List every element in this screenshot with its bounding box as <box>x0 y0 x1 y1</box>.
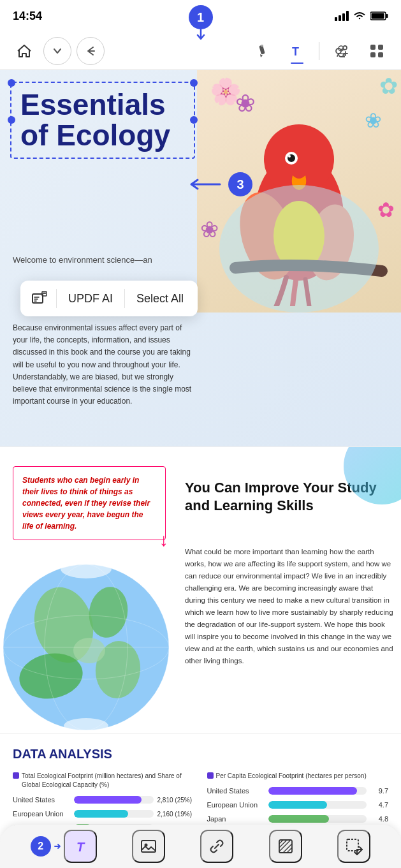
table-row: Japan 4.8 <box>207 815 389 823</box>
share-button[interactable] <box>327 37 355 65</box>
apps-icon <box>368 43 385 59</box>
right-col-header: Per Capita Ecological Footprint (hectare… <box>207 772 389 781</box>
content-area: 🌸 ❀ ✿ ❀ ✿ ❀ <box>0 70 401 868</box>
selection-handle-tr[interactable] <box>190 79 198 87</box>
bar-container <box>268 815 367 823</box>
text-format-button[interactable]: T <box>64 830 97 863</box>
row-label: Japan <box>207 815 265 823</box>
wifi-icon <box>353 11 367 21</box>
pen-icon <box>254 43 269 59</box>
svg-text:T: T <box>292 45 299 58</box>
bar-fill <box>268 815 330 823</box>
row-label: United States <box>13 796 70 804</box>
bar-fill <box>74 796 142 804</box>
strikethrough-icon <box>277 837 295 855</box>
svg-rect-6 <box>386 14 388 18</box>
table-row: European Union 2,160 (19%) <box>13 810 194 818</box>
svg-line-46 <box>279 840 287 848</box>
badge1-arrow <box>194 29 207 41</box>
svg-rect-15 <box>370 45 375 50</box>
svg-rect-16 <box>378 45 383 50</box>
row-label: European Union <box>13 810 70 818</box>
text-tool-icon: T <box>289 43 305 59</box>
quote-box: Students who can begin early in their li… <box>13 466 166 540</box>
svg-point-34 <box>73 638 105 663</box>
svg-rect-1 <box>339 15 341 21</box>
toolbar-divider <box>319 42 319 60</box>
text-tool-button[interactable]: T <box>283 37 311 65</box>
svg-marker-8 <box>260 54 263 57</box>
svg-point-13 <box>340 56 342 57</box>
svg-point-36 <box>64 718 108 733</box>
learning-body: What could be more important than learni… <box>185 546 395 667</box>
ctx-divider-1 <box>56 289 57 308</box>
svg-rect-9 <box>261 45 263 47</box>
pen-tool-button[interactable] <box>247 37 275 65</box>
svg-rect-42 <box>142 841 156 852</box>
arrow3-left <box>185 175 223 194</box>
link-button[interactable] <box>200 830 233 863</box>
ocr-icon <box>31 290 48 307</box>
selection-handle-tl[interactable] <box>8 79 15 87</box>
signal-icon <box>335 11 349 21</box>
select-transform-button[interactable] <box>337 830 370 863</box>
ctx-divider-2 <box>124 289 125 308</box>
updf-ai-button[interactable]: UPDF AI <box>59 287 122 311</box>
home-button[interactable] <box>10 37 38 65</box>
bar-fill <box>268 801 328 809</box>
status-time: 14:54 <box>13 10 42 23</box>
bar-fill <box>268 787 357 795</box>
bar-container <box>74 796 154 804</box>
pink-arrow-down: ↓ <box>159 530 168 550</box>
svg-rect-18 <box>378 52 383 57</box>
chevron-down-icon <box>52 46 62 56</box>
annotation-badge-3: 3 <box>228 172 252 196</box>
toolbar-right: T <box>247 37 391 65</box>
row-value: 9.7 <box>370 787 388 795</box>
bottom-toolbar: 2 T <box>0 825 401 868</box>
table-row: European Union 4.7 <box>207 801 389 809</box>
dropdown-button[interactable] <box>43 37 71 65</box>
title-selection-box: Essentials of Ecology <box>10 82 195 159</box>
ecology-title: Essentials of Ecology <box>20 89 185 151</box>
back-button[interactable] <box>77 37 105 65</box>
svg-rect-27 <box>33 294 43 303</box>
row-value: 4.8 <box>370 815 388 823</box>
status-icons <box>335 11 388 21</box>
share-icon <box>333 43 349 59</box>
svg-text:T: T <box>77 840 85 854</box>
svg-line-48 <box>283 844 292 853</box>
strikethrough-button[interactable] <box>269 830 302 863</box>
globe-image <box>0 561 172 733</box>
row-value: 2,160 (19%) <box>157 811 194 818</box>
right-col-dot <box>207 772 214 779</box>
annotation-badge-2: 2 <box>31 836 51 857</box>
svg-rect-0 <box>335 17 337 21</box>
svg-rect-2 <box>342 13 345 21</box>
body-text-1: Because environmental issues affect ever… <box>13 322 198 408</box>
data-analysis-title: DATA ANALYSIS <box>13 747 388 761</box>
ocr-button[interactable] <box>26 284 54 313</box>
back-icon <box>84 45 97 57</box>
text-italic-icon: T <box>71 837 89 855</box>
bar-container <box>268 801 367 809</box>
link-icon <box>208 837 226 855</box>
apps-button[interactable] <box>363 37 391 65</box>
table-row: United States 9.7 <box>207 787 389 795</box>
bar-container <box>74 810 154 818</box>
image-icon <box>140 837 157 855</box>
annotation-3-container: 3 <box>185 172 252 196</box>
selection-handle-mr[interactable] <box>190 116 198 124</box>
svg-rect-17 <box>370 52 375 57</box>
row-label: European Union <box>207 801 265 809</box>
table-row: United States 2,810 (25%) <box>13 796 194 804</box>
selection-handle-ml[interactable] <box>8 116 15 124</box>
select-all-button[interactable]: Select All <box>128 287 193 311</box>
page1: 🌸 ❀ ✿ ❀ ✿ ❀ <box>0 70 401 446</box>
bar-container <box>268 787 367 795</box>
image-button[interactable] <box>132 830 165 863</box>
left-col-header: Total Ecological Footprint (million hect… <box>13 772 194 790</box>
context-menu: UPDF AI Select All <box>20 281 198 316</box>
battery-icon <box>370 11 388 20</box>
arrow-right-icon <box>54 842 61 850</box>
